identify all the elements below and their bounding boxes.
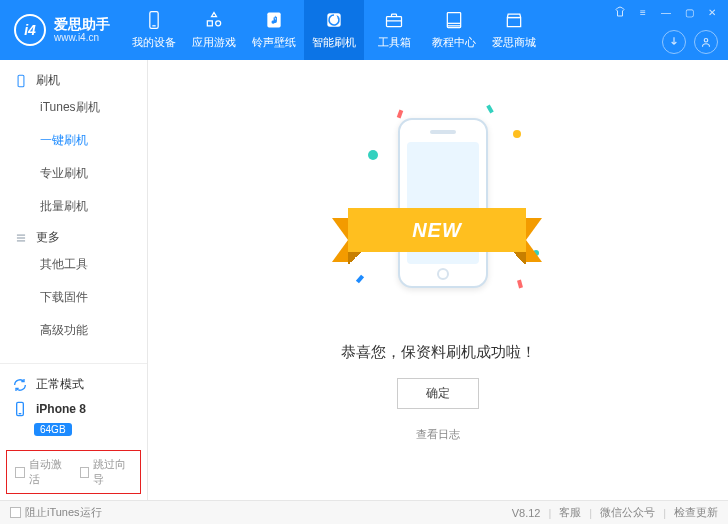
nav-label: 工具箱 <box>378 35 411 50</box>
checkbox-icon <box>80 467 90 478</box>
sidebar-item-download-fw[interactable]: 下载固件 <box>0 281 147 314</box>
sidebar-item-itunes-flash[interactable]: iTunes刷机 <box>0 91 147 124</box>
confetti-icon <box>486 105 493 114</box>
nav-label: 教程中心 <box>432 35 476 50</box>
sidebar-group-more: 更多 <box>0 223 147 248</box>
device-mode-row[interactable]: 正常模式 <box>10 372 137 397</box>
device-phone-icon <box>12 401 28 417</box>
skin-icon[interactable] <box>610 4 630 20</box>
svg-point-9 <box>704 39 708 43</box>
download-button[interactable] <box>662 30 686 54</box>
svg-rect-10 <box>18 75 24 87</box>
block-itunes-label: 阻止iTunes运行 <box>25 505 102 520</box>
nav-label: 爱思商城 <box>492 35 536 50</box>
nav-apps[interactable]: 应用游戏 <box>184 0 244 60</box>
support-link[interactable]: 客服 <box>559 505 581 520</box>
nav-my-device[interactable]: 我的设备 <box>124 0 184 60</box>
brand-logo-icon: i4 <box>14 14 46 46</box>
nav-label: 铃声壁纸 <box>252 35 296 50</box>
music-icon <box>264 10 284 30</box>
menu-lines-icon <box>14 231 28 245</box>
app-body: 刷机 iTunes刷机 一键刷机 专业刷机 批量刷机 更多 其他工具 下载固件 … <box>0 60 728 500</box>
nav-flash[interactable]: 智能刷机 <box>304 0 364 60</box>
checkbox-icon <box>15 467 25 478</box>
nav-tutorials[interactable]: 教程中心 <box>424 0 484 60</box>
success-message: 恭喜您，保资料刷机成功啦！ <box>341 343 536 362</box>
brand: i4 爱思助手 www.i4.cn <box>0 0 124 60</box>
sidebar: 刷机 iTunes刷机 一键刷机 专业刷机 批量刷机 更多 其他工具 下载固件 … <box>0 60 148 500</box>
skip-guide-checkbox[interactable]: 跳过向导 <box>80 457 133 487</box>
check-update-link[interactable]: 检查更新 <box>674 505 718 520</box>
sidebar-item-oneclick-flash[interactable]: 一键刷机 <box>0 124 147 157</box>
sidebar-group-title: 刷机 <box>36 72 60 89</box>
view-log-link[interactable]: 查看日志 <box>416 427 460 442</box>
nav-ringtones[interactable]: 铃声壁纸 <box>244 0 304 60</box>
top-nav: 我的设备 应用游戏 铃声壁纸 智能刷机 工具箱 教程中心 爱思商城 <box>124 0 610 60</box>
flash-icon <box>324 10 344 30</box>
new-ribbon-icon: NEW <box>332 198 542 266</box>
auto-activate-label: 自动激活 <box>29 457 68 487</box>
user-button[interactable] <box>694 30 718 54</box>
brand-title: 爱思助手 <box>54 16 110 33</box>
status-bar: 阻止iTunes运行 V8.12 | 客服 | 微信公众号 | 检查更新 <box>0 500 728 524</box>
sidebar-scroll: 刷机 iTunes刷机 一键刷机 专业刷机 批量刷机 更多 其他工具 下载固件 … <box>0 60 147 363</box>
block-itunes-checkbox[interactable]: 阻止iTunes运行 <box>10 505 102 520</box>
wechat-link[interactable]: 微信公众号 <box>600 505 655 520</box>
nav-label: 智能刷机 <box>312 35 356 50</box>
device-mode-label: 正常模式 <box>36 376 84 393</box>
device-name: iPhone 8 <box>36 402 86 416</box>
toolbox-icon <box>384 10 404 30</box>
sparkle-icon <box>368 150 378 160</box>
confetti-icon <box>356 275 364 284</box>
sidebar-item-advanced[interactable]: 高级功能 <box>0 314 147 347</box>
ok-button[interactable]: 确定 <box>397 378 479 409</box>
device-row[interactable]: iPhone 8 <box>10 397 137 421</box>
checkbox-icon <box>10 507 21 518</box>
device-capacity-badge: 64GB <box>34 423 72 436</box>
sidebar-group-flash: 刷机 <box>0 66 147 91</box>
ribbon-text: NEW <box>348 208 526 252</box>
sparkle-icon <box>513 130 521 138</box>
version-label: V8.12 <box>512 507 541 519</box>
sidebar-group-title: 更多 <box>36 229 60 246</box>
store-icon <box>504 10 524 30</box>
menu-icon[interactable]: ≡ <box>633 4 653 20</box>
auto-activate-checkbox[interactable]: 自动激活 <box>15 457 68 487</box>
nav-label: 应用游戏 <box>192 35 236 50</box>
close-icon[interactable]: ✕ <box>702 4 722 20</box>
highlighted-options-box: 自动激活 跳过向导 <box>6 450 141 494</box>
nav-toolbox[interactable]: 工具箱 <box>364 0 424 60</box>
refresh-icon <box>12 377 28 393</box>
sidebar-device-section: 正常模式 iPhone 8 64GB <box>0 363 147 444</box>
phone-icon <box>144 10 164 30</box>
app-header: i4 爱思助手 www.i4.cn 我的设备 应用游戏 铃声壁纸 智能刷机 工具… <box>0 0 728 60</box>
maximize-icon[interactable]: ▢ <box>679 4 699 20</box>
confetti-icon <box>397 110 403 119</box>
header-round-buttons <box>662 30 718 54</box>
svg-rect-4 <box>387 17 402 27</box>
brand-text: 爱思助手 www.i4.cn <box>54 16 110 45</box>
skip-guide-label: 跳过向导 <box>93 457 132 487</box>
phone-outline-icon <box>14 74 28 88</box>
nav-store[interactable]: 爱思商城 <box>484 0 544 60</box>
minimize-icon[interactable]: — <box>656 4 676 20</box>
confetti-icon <box>517 280 523 289</box>
apps-icon <box>204 10 224 30</box>
nav-label: 我的设备 <box>132 35 176 50</box>
brand-url: www.i4.cn <box>54 32 110 44</box>
success-illustration: NEW <box>318 100 558 315</box>
sidebar-item-batch-flash[interactable]: 批量刷机 <box>0 190 147 223</box>
sidebar-item-other-tools[interactable]: 其他工具 <box>0 248 147 281</box>
sidebar-item-pro-flash[interactable]: 专业刷机 <box>0 157 147 190</box>
main-content: NEW 恭喜您，保资料刷机成功啦！ 确定 查看日志 <box>148 60 728 500</box>
book-icon <box>444 10 464 30</box>
